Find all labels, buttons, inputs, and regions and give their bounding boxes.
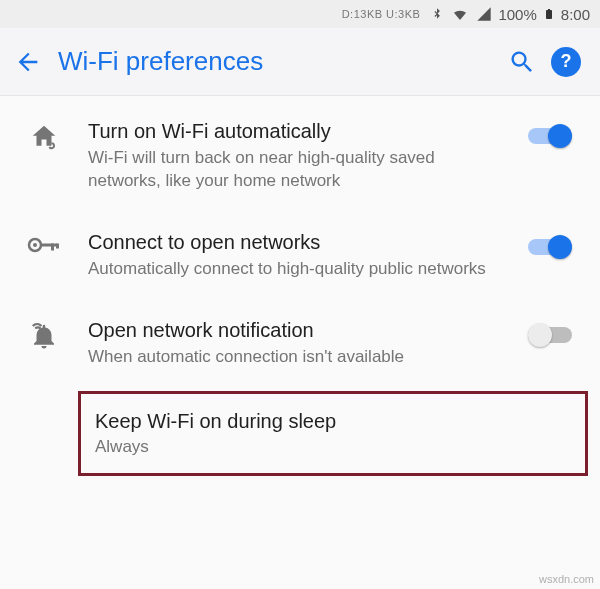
setting-subtitle: When automatic connection isn't availabl… <box>88 346 510 369</box>
svg-rect-4 <box>56 243 59 248</box>
search-icon <box>508 48 536 76</box>
app-bar: Wi-Fi preferences ? <box>0 28 600 96</box>
arrow-back-icon <box>14 48 42 76</box>
setting-title: Open network notification <box>88 317 510 344</box>
setting-auto-wifi[interactable]: Turn on Wi-Fi automatically Wi-Fi will t… <box>0 100 600 211</box>
setting-subtitle: Automatically connect to high-quality pu… <box>88 258 510 281</box>
page-title: Wi-Fi preferences <box>58 46 500 77</box>
bluetooth-icon <box>430 5 444 23</box>
settings-list: Turn on Wi-Fi automatically Wi-Fi will t… <box>0 96 600 476</box>
setting-subtitle: Always <box>95 437 571 457</box>
key-icon <box>0 229 88 257</box>
setting-title: Keep Wi-Fi on during sleep <box>95 410 571 433</box>
setting-open-notification[interactable]: Open network notification When automatic… <box>0 299 600 387</box>
battery-percent: 100% <box>498 6 536 23</box>
battery-icon <box>543 5 555 23</box>
watermark: wsxdn.com <box>539 573 594 585</box>
bell-wifi-icon <box>0 317 88 351</box>
toggle-auto-wifi[interactable] <box>528 124 572 148</box>
setting-open-networks[interactable]: Connect to open networks Automatically c… <box>0 211 600 299</box>
help-button[interactable]: ? <box>544 47 588 77</box>
cell-signal-icon <box>476 6 492 22</box>
setting-title: Connect to open networks <box>88 229 510 256</box>
back-button[interactable] <box>14 48 58 76</box>
toggle-open-notification[interactable] <box>528 323 572 347</box>
setting-title: Turn on Wi-Fi automatically <box>88 118 510 145</box>
network-stats: D:13KB U:3KB <box>342 8 421 20</box>
svg-rect-3 <box>51 243 54 250</box>
svg-point-1 <box>33 243 37 247</box>
status-bar: D:13KB U:3KB 100% 8:00 <box>0 0 600 28</box>
wifi-icon <box>450 6 470 22</box>
clock: 8:00 <box>561 6 590 23</box>
setting-subtitle: Wi-Fi will turn back on near high-qualit… <box>88 147 510 193</box>
home-refresh-icon <box>0 118 88 152</box>
toggle-open-networks[interactable] <box>528 235 572 259</box>
setting-keep-wifi-sleep[interactable]: Keep Wi-Fi on during sleep Always <box>78 391 588 476</box>
svg-rect-2 <box>41 243 57 246</box>
search-button[interactable] <box>500 48 544 76</box>
help-icon: ? <box>551 47 581 77</box>
